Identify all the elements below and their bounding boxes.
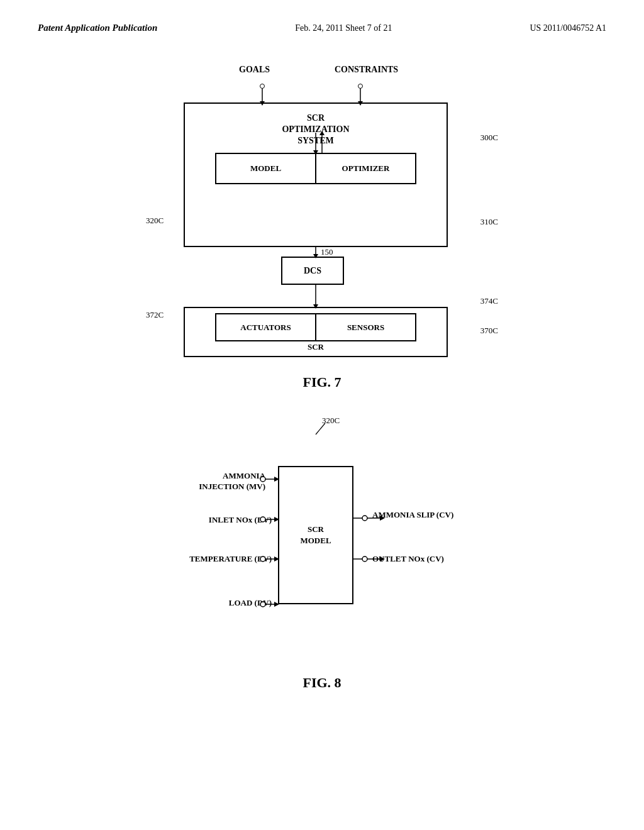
actuators-sensors-box: ACTUATORS SENSORS — [215, 313, 416, 341]
320c-top-label: 320C — [322, 416, 340, 426]
goals-circle — [260, 84, 265, 89]
box-310c: MODEL OPTIMIZER — [215, 153, 416, 184]
temperature-label: TEMPERATURE (DV) — [127, 554, 272, 564]
ammonia-injection-label: AMMONIA INJECTION (MV) — [127, 471, 265, 492]
actuators-box: ACTUATORS — [216, 314, 316, 340]
320c-label: 320C — [146, 216, 164, 226]
fig8-container: 320C SCR MODEL AMMONIA INJECTION (MV) IN… — [38, 416, 606, 691]
page-header: Patent Application Publication Feb. 24, … — [0, 0, 644, 33]
optimizer-box: OPTIMIZER — [316, 154, 415, 183]
fig7-diagram: GOALS CONSTRAINTS 300C 310C 320C 150 374… — [146, 65, 498, 367]
date-sheet-label: Feb. 24, 2011 Sheet 7 of 21 — [295, 23, 392, 33]
main-content: GOALS CONSTRAINTS 300C 310C 320C 150 374… — [0, 33, 644, 704]
dcs-box: DCS — [281, 257, 344, 285]
sensors-box: SENSORS — [316, 314, 415, 340]
scr-model-box: SCR MODEL — [278, 466, 353, 604]
370c-label: 370C — [480, 326, 498, 336]
inlet-nox-label: INLET NOx (DV) — [127, 515, 272, 525]
scr-optimization-label: SCR OPTIMIZATION SYSTEM — [185, 113, 447, 147]
patent-number-label: US 2011/0046752 A1 — [530, 23, 606, 33]
fig7-container: GOALS CONSTRAINTS 300C 310C 320C 150 374… — [38, 65, 606, 390]
outlet-nox-label: OUTLET NOx (CV) — [372, 554, 444, 564]
scr-label: SCR — [185, 342, 447, 352]
374c-label: 374C — [480, 296, 498, 306]
load-label: LOAD (DV) — [127, 598, 272, 608]
goals-label: GOALS — [239, 65, 270, 75]
fig8-diagram: 320C SCR MODEL AMMONIA INJECTION (MV) IN… — [127, 416, 517, 667]
ammonia-slip-label: AMMONIA SLIP (CV) — [372, 510, 453, 520]
372c-label: 372C — [146, 310, 164, 320]
constraints-circle — [358, 84, 363, 89]
310c-label: 310C — [480, 217, 498, 227]
publication-label: Patent Application Publication — [38, 23, 157, 33]
model-box: MODEL — [216, 154, 316, 183]
svg-point-30 — [362, 556, 367, 562]
svg-point-26 — [362, 516, 367, 521]
fig8-caption: FIG. 8 — [303, 675, 341, 691]
fig7-caption: FIG. 7 — [303, 374, 341, 390]
constraints-label: CONSTRAINTS — [335, 65, 398, 75]
300c-label: 300C — [480, 133, 498, 143]
150-label: 150 — [321, 247, 333, 257]
